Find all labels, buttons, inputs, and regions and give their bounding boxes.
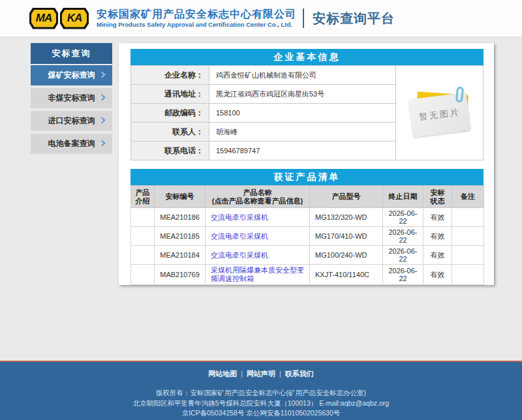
chevron-right-icon — [99, 117, 106, 124]
main-content-card: 企业基本信息 企业名称： 鸡西金恒矿山机械制造有限公司 通讯地址： 黑龙江省鸡西… — [119, 43, 494, 285]
product-name-link[interactable]: 交流电牵引采煤机 — [211, 232, 268, 240]
status-cell: 有效 — [423, 265, 452, 285]
platform-title: 安标查询平台 — [313, 10, 395, 27]
model-cell: MG132/320-WD — [310, 208, 383, 227]
model-cell: KXJT-410/1140C — [310, 265, 383, 285]
contact-label: 联系人： — [131, 123, 209, 142]
remark-cell — [452, 246, 484, 265]
sidebar-title: 安标查询 — [31, 43, 112, 64]
products-header: 获证产品清单 — [130, 169, 484, 185]
cert-no-cell: MAB210769 — [155, 265, 206, 285]
table-row: 企业名称： 鸡西金恒矿山机械制造有限公司 — [131, 66, 396, 85]
intro-cell — [131, 265, 155, 285]
company-photo-box: 暂无图片 — [396, 65, 484, 160]
table-row: 联系人： 胡海峰 — [131, 123, 396, 142]
col-expiry: 终止日期 — [383, 186, 423, 208]
postcode-value: 158100 — [209, 104, 396, 123]
products-header-row: 产品 介绍 安标编号 产品名称 (点击产品名称查看产品信息) 产品型号 终止日期… — [131, 186, 484, 208]
sidebar-item-label: 进口安标查询 — [48, 115, 95, 127]
cert-no-cell: MEA210185 — [155, 227, 206, 246]
model-cell: MG100/240-WD — [310, 246, 383, 265]
address-label: 通讯地址： — [131, 85, 209, 104]
company-name-label: 企业名称： — [131, 66, 209, 85]
sidebar-item-battery-query[interactable]: 电池备案查询 — [31, 134, 112, 154]
table-row: 邮政编码： 158100 — [131, 104, 396, 123]
expiry-cell: 2026-06-22 — [383, 265, 423, 285]
col-product-name: 产品名称 (点击产品名称查看产品信息) — [206, 186, 310, 208]
col-remark: 备注 — [452, 186, 484, 208]
footer-copyright: 版权所有：安标国家矿用产品安全标志中心(矿用产品安全标志办公室) — [0, 388, 522, 398]
footer-separator: | — [279, 370, 281, 378]
expiry-cell: 2026-06-22 — [383, 246, 423, 265]
ka-badge-icon: KA — [60, 8, 89, 29]
site-header: MA KA 安标国家矿用产品安全标志中心有限公司 Mining Products… — [0, 0, 522, 37]
sidebar-item-noncoal-query[interactable]: 非煤安标查询 — [31, 88, 112, 108]
site-footer: 网站地图|网站声明|联系我们 版权所有：安标国家矿用产品安全标志中心(矿用产品安… — [0, 361, 522, 420]
cert-no-cell: MEA210184 — [155, 246, 206, 265]
model-cell: MG170/410-WD — [310, 227, 383, 246]
sidebar: 安标查询 煤矿安标查询 非煤安标查询 进口安标查询 电池备案查询 — [31, 43, 112, 154]
remark-cell — [452, 265, 484, 285]
postcode-label: 邮政编码： — [131, 104, 209, 123]
org-titles: 安标国家矿用产品安全标志中心有限公司 Mining Products Safet… — [97, 8, 296, 29]
intro-cell — [131, 208, 155, 227]
sidebar-item-label: 电池备案查询 — [48, 138, 95, 149]
chevron-right-icon — [99, 95, 106, 101]
product-name-link[interactable]: 交流电牵引采煤机 — [211, 213, 268, 221]
col-intro: 产品 介绍 — [131, 186, 155, 208]
ma-badge-icon: MA — [29, 8, 58, 29]
phone-label: 联系电话： — [131, 142, 209, 160]
products-table: 产品 介绍 安标编号 产品名称 (点击产品名称查看产品信息) 产品型号 终止日期… — [130, 185, 484, 285]
footer-link-contact[interactable]: 联系我们 — [285, 370, 314, 378]
chevron-right-icon — [99, 72, 106, 78]
company-name-value: 鸡西金恒矿山机械制造有限公司 — [209, 66, 396, 85]
org-name-en: Mining Products Safety Approval and Cert… — [97, 21, 296, 29]
contact-value: 胡海峰 — [209, 123, 396, 142]
expiry-cell: 2026-06-22 — [383, 227, 423, 246]
table-row: MAB210769 采煤机用隔爆兼本质安全型变频调速控制箱 KXJT-410/1… — [131, 265, 484, 285]
intro-cell — [131, 246, 155, 265]
sidebar-item-label: 煤矿安标查询 — [48, 70, 95, 81]
col-model: 产品型号 — [310, 186, 383, 208]
footer-address: 北京朝阳区和平里青年沟路5号煤科总院安科大厦（100013） E-mail:aq… — [0, 398, 522, 409]
status-cell: 有效 — [423, 246, 452, 265]
table-row: MEA210185 交流电牵引采煤机 MG170/410-WD 2026-06-… — [131, 227, 484, 246]
phone-value: 15946789747 — [209, 142, 396, 160]
intro-cell — [131, 227, 155, 246]
sidebar-item-coal-query[interactable]: 煤矿安标查询 — [31, 65, 112, 85]
table-row: 联系电话： 15946789747 — [131, 142, 396, 160]
sidebar-item-label: 非煤安标查询 — [48, 93, 95, 104]
paperclip-icon — [455, 86, 463, 102]
chevron-right-icon — [99, 140, 106, 147]
table-row: MEA210186 交流电牵引采煤机 MG132/320-WD 2026-06-… — [131, 208, 484, 227]
company-info-section: 企业名称： 鸡西金恒矿山机械制造有限公司 通讯地址： 黑龙江省鸡西市鸡冠区南星街… — [130, 65, 484, 160]
table-row: 通讯地址： 黑龙江省鸡西市鸡冠区南星街53号 — [131, 85, 396, 104]
product-name-link[interactable]: 交流电牵引采煤机 — [211, 251, 268, 259]
org-name-cn: 安标国家矿用产品安全标志中心有限公司 — [97, 8, 296, 21]
status-cell: 有效 — [423, 227, 452, 246]
sidebar-item-import-query[interactable]: 进口安标查询 — [31, 111, 112, 131]
remark-cell — [452, 208, 484, 227]
footer-links: 网站地图|网站声明|联系我们 — [0, 369, 522, 379]
footer-separator: | — [241, 370, 243, 378]
no-image-placeholder: 暂无图片 — [407, 87, 472, 139]
address-value: 黑龙江省鸡西市鸡冠区南星街53号 — [209, 85, 396, 104]
footer-link-statement[interactable]: 网站声明 — [247, 370, 275, 378]
footer-link-sitemap[interactable]: 网站地图 — [208, 370, 237, 378]
maka-logo: MA KA — [29, 8, 89, 29]
remark-cell — [452, 227, 484, 246]
col-status: 安标 状态 — [423, 186, 452, 208]
status-cell: 有效 — [423, 208, 452, 227]
company-info-header: 企业基本信息 — [130, 49, 484, 65]
company-info-table: 企业名称： 鸡西金恒矿山机械制造有限公司 通讯地址： 黑龙江省鸡西市鸡冠区南星街… — [130, 65, 396, 160]
table-row: MEA210184 交流电牵引采煤机 MG100/240-WD 2026-06-… — [131, 246, 484, 265]
footer-icp: 京ICP备05034258号 京公网安备11010502025630号 — [0, 408, 522, 419]
expiry-cell: 2026-06-22 — [383, 208, 423, 227]
cert-no-cell: MEA210186 — [155, 208, 206, 227]
header-divider — [303, 8, 304, 28]
product-name-link[interactable]: 采煤机用隔爆兼本质安全型变频调速控制箱 — [211, 266, 304, 282]
col-cert-no: 安标编号 — [155, 186, 206, 208]
